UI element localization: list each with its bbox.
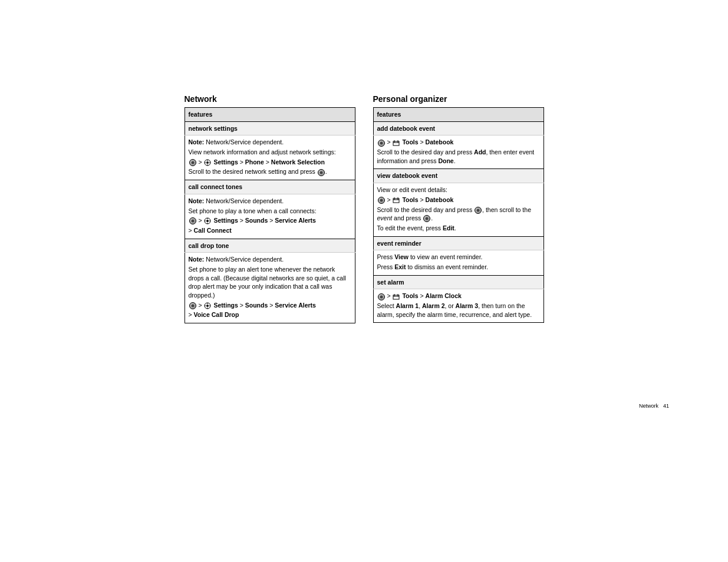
view-datebook-content: View or edit event details: > bbox=[373, 183, 543, 236]
network-table: features network settings Note: Network/… bbox=[185, 107, 355, 323]
network-table-header: features bbox=[185, 108, 355, 122]
call-connect-content: Note: Network/Service dependent. Set pho… bbox=[185, 194, 355, 239]
add-datebook-content: > Tools > Datebook Scroll to the desired… bbox=[373, 135, 543, 169]
event-reminder-header: event reminder bbox=[373, 236, 543, 250]
tools-icon bbox=[393, 140, 400, 147]
call-drop-header: call drop tone bbox=[185, 239, 355, 253]
svg-point-7 bbox=[206, 220, 209, 222]
settings-icon bbox=[204, 159, 211, 166]
view-datebook-header: view datebook event bbox=[373, 169, 543, 183]
menu-icon bbox=[189, 159, 196, 166]
call-drop-content: Note: Network/Service dependent. Set pho… bbox=[185, 253, 355, 323]
set-alarm-content: > Tools > Alarm Clock Select Alarm 1, Al… bbox=[373, 289, 543, 323]
content-area: Network features network settings Note: bbox=[0, 0, 728, 323]
select-icon-3 bbox=[423, 215, 430, 222]
menu-icon-3 bbox=[189, 302, 196, 309]
network-settings-content: Note: Network/Service dependent. View ne… bbox=[185, 135, 355, 180]
tools-icon-3 bbox=[393, 293, 400, 300]
network-settings-header: network settings bbox=[185, 121, 355, 135]
select-icon bbox=[318, 169, 325, 176]
add-datebook-header: add datebook event bbox=[373, 121, 543, 135]
menu-icon-2 bbox=[189, 217, 196, 224]
call-connect-header: call connect tones bbox=[185, 180, 355, 194]
settings-icon-2 bbox=[204, 217, 211, 224]
svg-point-13 bbox=[206, 305, 209, 307]
event-reminder-content: Press View to view an event reminder. Pr… bbox=[373, 250, 543, 275]
organizer-table-header: features bbox=[373, 108, 543, 122]
footer-label: Network bbox=[639, 403, 658, 409]
menu-icon-4 bbox=[378, 140, 385, 147]
set-alarm-header: set alarm bbox=[373, 275, 543, 289]
menu-icon-6 bbox=[378, 293, 385, 300]
network-section: Network features network settings Note: bbox=[185, 94, 355, 323]
menu-icon-5 bbox=[378, 197, 385, 204]
svg-point-1 bbox=[206, 161, 209, 164]
footer-page: 41 bbox=[663, 403, 669, 409]
network-title: Network bbox=[185, 94, 355, 104]
personal-organizer-title: Personal organizer bbox=[373, 94, 544, 104]
footer: Network 41 bbox=[639, 403, 669, 409]
settings-icon-3 bbox=[204, 302, 211, 309]
personal-organizer-section: Personal organizer features add datebook… bbox=[373, 94, 544, 323]
select-icon-2 bbox=[475, 207, 482, 214]
page: Network features network settings Note: bbox=[0, 0, 728, 562]
tools-icon-2 bbox=[393, 197, 400, 204]
personal-organizer-table: features add datebook event > bbox=[373, 107, 544, 323]
